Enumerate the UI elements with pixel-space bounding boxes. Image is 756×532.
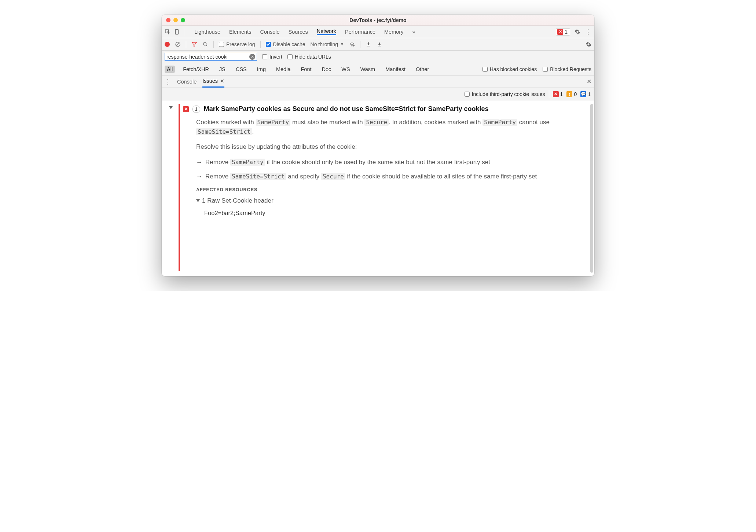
- disable-cache-input[interactable]: [266, 42, 271, 47]
- maximize-window-icon[interactable]: [181, 18, 185, 22]
- affected-resources-heading: AFFECTED RESOURCES: [196, 186, 582, 193]
- issue-count-pill: 1: [192, 106, 200, 113]
- close-issues-tab-icon[interactable]: ✕: [220, 78, 224, 84]
- type-wasm[interactable]: Wasm: [358, 66, 378, 73]
- search-icon[interactable]: [202, 41, 208, 47]
- upload-har-icon[interactable]: [366, 41, 371, 47]
- throttling-select[interactable]: No throttling ▼: [311, 41, 344, 47]
- drawer-tab-strip: ⋮ Console Issues ✕ ✕: [162, 75, 594, 88]
- blocked-requests-input[interactable]: [543, 67, 548, 72]
- hide-data-urls-checkbox[interactable]: Hide data URLs: [287, 54, 331, 60]
- issues-toolbar: Include third-party cookie issues ✕ 1 ! …: [162, 88, 594, 100]
- tab-console[interactable]: Console: [260, 28, 279, 35]
- type-all[interactable]: All: [165, 66, 175, 73]
- invert-input[interactable]: [262, 54, 267, 59]
- issues-warn-icon: !: [566, 91, 572, 97]
- throttling-value: No throttling: [311, 41, 338, 47]
- cookie-value: Foo2=bar2;SameParty: [196, 208, 582, 218]
- include-third-party-input[interactable]: [465, 92, 470, 97]
- type-fetch-xhr[interactable]: Fetch/XHR: [181, 66, 211, 73]
- settings-gear-icon[interactable]: [575, 29, 580, 35]
- download-har-icon[interactable]: [377, 41, 382, 47]
- svg-line-6: [206, 45, 208, 46]
- close-window-icon[interactable]: [166, 18, 170, 22]
- inspect-element-icon[interactable]: [165, 29, 170, 35]
- tab-network[interactable]: Network: [317, 28, 336, 35]
- type-img[interactable]: Img: [255, 66, 268, 73]
- type-manifest[interactable]: Manifest: [383, 66, 408, 73]
- has-blocked-cookies-label: Has blocked cookies: [490, 66, 537, 72]
- type-font[interactable]: Font: [298, 66, 313, 73]
- issue-severity-icon: ✕: [183, 106, 189, 112]
- disable-cache-label: Disable cache: [273, 41, 305, 47]
- tabs-overflow-icon[interactable]: »: [412, 28, 415, 35]
- include-third-party-checkbox[interactable]: Include third-party cookie issues: [465, 91, 545, 97]
- issues-error-icon: ✕: [553, 91, 559, 97]
- blocked-requests-label: Blocked Requests: [550, 66, 591, 72]
- hide-data-urls-input[interactable]: [287, 54, 293, 59]
- raw-header-toggle[interactable]: 1 Raw Set-Cookie header: [196, 196, 582, 206]
- svg-line-4: [176, 43, 179, 46]
- blocked-requests-checkbox[interactable]: Blocked Requests: [543, 66, 591, 72]
- window-title: DevTools - jec.fyi/demo: [162, 17, 594, 23]
- error-count-badge[interactable]: ✕ 1: [556, 28, 570, 36]
- has-blocked-cookies-checkbox[interactable]: Has blocked cookies: [482, 66, 537, 72]
- issues-error-count[interactable]: ✕ 1: [553, 91, 563, 97]
- clear-filter-icon[interactable]: ✕: [249, 54, 255, 60]
- tab-lighthouse[interactable]: Lighthouse: [194, 28, 220, 35]
- title-bar: DevTools - jec.fyi/demo: [162, 15, 594, 26]
- error-x-icon: ✕: [557, 29, 563, 35]
- filter-input-box[interactable]: ✕: [165, 53, 257, 61]
- filter-funnel-icon[interactable]: [191, 41, 197, 47]
- expand-issue-icon[interactable]: [169, 106, 173, 109]
- type-js[interactable]: JS: [217, 66, 228, 73]
- network-settings-gear-icon[interactable]: [586, 41, 591, 47]
- preserve-log-checkbox[interactable]: Preserve log: [219, 41, 255, 47]
- drawer-kebab-icon[interactable]: ⋮: [165, 78, 171, 86]
- network-conditions-icon[interactable]: [349, 41, 355, 47]
- issues-info-icon: 💬: [580, 91, 586, 97]
- devtools-window: DevTools - jec.fyi/demo Lighthouse Eleme…: [162, 15, 594, 276]
- issues-warn-count[interactable]: ! 0: [566, 91, 577, 97]
- tab-elements[interactable]: Elements: [229, 28, 251, 35]
- error-count-value: 1: [565, 29, 568, 35]
- invert-checkbox[interactable]: Invert: [262, 54, 282, 60]
- type-doc[interactable]: Doc: [319, 66, 333, 73]
- issue-body: ✕ 1 Mark SameParty cookies as Secure and…: [162, 100, 594, 276]
- severity-bar: [179, 104, 180, 271]
- disable-cache-checkbox[interactable]: Disable cache: [266, 41, 305, 47]
- arrow-icon: →: [196, 158, 202, 167]
- drawer-tab-issues[interactable]: Issues ✕: [202, 75, 224, 88]
- kebab-menu-icon[interactable]: ⋮: [585, 28, 591, 36]
- preserve-log-input[interactable]: [219, 42, 224, 47]
- drawer-tab-console[interactable]: Console: [177, 75, 197, 88]
- preserve-log-label: Preserve log: [226, 41, 255, 47]
- record-icon[interactable]: [165, 42, 170, 47]
- issue-title: Mark SameParty cookies as Secure and do …: [204, 104, 489, 114]
- tab-performance[interactable]: Performance: [345, 28, 375, 35]
- type-other[interactable]: Other: [414, 66, 431, 73]
- issues-info-count[interactable]: 💬 1: [580, 91, 591, 97]
- close-drawer-icon[interactable]: ✕: [587, 78, 591, 85]
- raw-header-label: 1 Raw Set-Cookie header: [202, 196, 274, 206]
- filter-input[interactable]: [166, 54, 248, 60]
- issue-description: Cookies marked with SameParty must also …: [183, 118, 582, 218]
- main-tab-strip: Lighthouse Elements Console Sources Netw…: [162, 26, 594, 38]
- tab-sources[interactable]: Sources: [289, 28, 308, 35]
- type-css[interactable]: CSS: [234, 66, 249, 73]
- type-media[interactable]: Media: [274, 66, 293, 73]
- invert-label: Invert: [269, 54, 282, 60]
- clear-icon[interactable]: [175, 41, 181, 47]
- type-ws[interactable]: WS: [339, 66, 352, 73]
- chevron-down-icon: ▼: [340, 42, 344, 46]
- network-toolbar: Preserve log Disable cache No throttling…: [162, 38, 594, 51]
- svg-point-5: [203, 42, 206, 45]
- tab-memory[interactable]: Memory: [384, 28, 403, 35]
- minimize-window-icon[interactable]: [173, 18, 178, 22]
- has-blocked-cookies-input[interactable]: [482, 67, 488, 72]
- hide-data-urls-label: Hide data URLs: [295, 54, 331, 60]
- drawer-tab-issues-label: Issues: [202, 78, 218, 84]
- arrow-icon: →: [196, 172, 202, 181]
- device-toggle-icon[interactable]: [174, 29, 180, 35]
- panel-tabs: Lighthouse Elements Console Sources Netw…: [190, 28, 554, 35]
